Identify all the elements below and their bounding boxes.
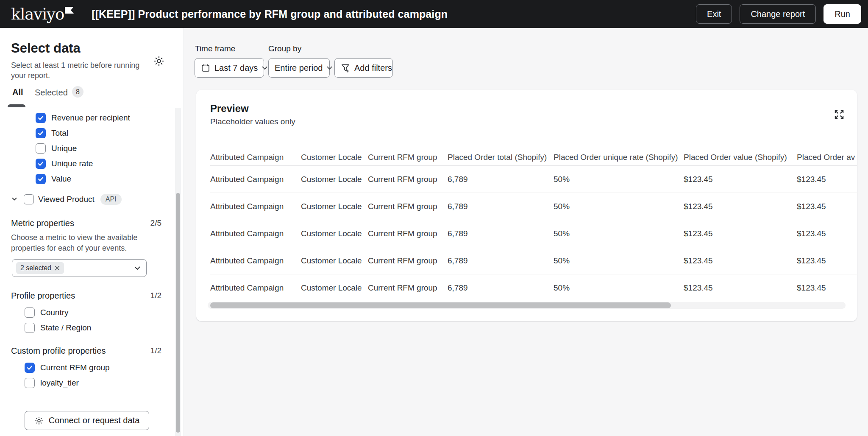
metric-properties-select[interactable]: 2 selected — [12, 259, 147, 277]
table-cell: $123.45 — [684, 175, 797, 184]
table-cell: $123.45 — [797, 229, 857, 238]
profile-option-state-region[interactable]: State / Region — [0, 320, 184, 335]
column-header: Placed Order total (Shopify) — [448, 153, 554, 162]
custom-profile-properties-count: 1/2 — [150, 346, 161, 355]
table-cell: 6,789 — [448, 202, 554, 211]
checkbox-unique[interactable] — [36, 143, 46, 154]
table-cell: $123.45 — [797, 256, 857, 266]
metric-option-unique[interactable]: Unique — [0, 141, 184, 156]
column-header: Current RFM group — [368, 153, 448, 162]
table-cell: 50% — [554, 283, 684, 293]
table-cell: $123.45 — [684, 256, 797, 266]
selected-chip: 2 selected — [16, 262, 64, 274]
selected-count-badge: 8 — [72, 86, 83, 98]
connect-or-request-data-button[interactable]: Connect or request data — [25, 411, 149, 430]
column-header: Placed Order av — [797, 153, 857, 162]
klaviyo-flag-icon — [65, 7, 74, 14]
checkbox-value[interactable] — [36, 174, 46, 184]
metric-option-value[interactable]: Value — [0, 171, 184, 187]
table-cell: 6,789 — [448, 283, 554, 293]
column-header: Placed Order value (Shopify) — [684, 153, 797, 162]
table-cell: Attributed Campaign — [210, 202, 301, 211]
preview-table: Attributed Campaign Customer Locale Curr… — [210, 149, 857, 301]
table-cell: Customer Locale — [301, 202, 368, 211]
table-cell: $123.45 — [797, 175, 857, 184]
tab-selected[interactable]: Selected 8 — [35, 87, 83, 98]
metric-option-revenue-per-recipient[interactable]: Revenue per recipient — [0, 110, 184, 126]
chevron-down-icon — [262, 66, 267, 70]
table-row: Attributed Campaign Customer Locale Curr… — [210, 220, 857, 247]
klaviyo-logo[interactable]: klaviyo — [11, 6, 74, 22]
table-cell: 50% — [554, 229, 684, 238]
table-cell: $123.45 — [797, 202, 857, 211]
settings-gear-icon[interactable] — [153, 55, 165, 67]
profile-option-country[interactable]: Country — [0, 305, 184, 320]
checkbox-viewed-product[interactable] — [24, 194, 34, 204]
checkbox-revenue-per-recipient[interactable] — [36, 113, 46, 123]
metric-properties-description: Choose a metric to view the available pr… — [11, 232, 145, 254]
preview-subtitle: Placeholder values only — [210, 117, 295, 126]
tab-all[interactable]: All — [12, 87, 23, 97]
preview-card: Preview Placeholder values only Attribut… — [196, 90, 857, 321]
change-report-button[interactable]: Change report — [740, 4, 816, 24]
group-by-select[interactable]: Entire period — [268, 58, 330, 78]
table-cell: 6,789 — [448, 175, 554, 184]
checkbox-unique-rate[interactable] — [36, 159, 46, 169]
profile-properties-heading: Profile properties 1/2 — [0, 290, 184, 302]
table-header-row: Attributed Campaign Customer Locale Curr… — [210, 149, 857, 165]
table-cell: 50% — [554, 175, 684, 184]
sidebar-scrollbar-thumb[interactable] — [176, 193, 180, 433]
chevron-down-icon — [327, 66, 332, 70]
chip-clear-icon[interactable] — [55, 266, 60, 271]
table-cell: Customer Locale — [301, 256, 368, 266]
klaviyo-wordmark: klaviyo — [11, 6, 64, 22]
time-frame-select[interactable]: Last 7 days — [195, 58, 264, 78]
table-cell: 50% — [554, 202, 684, 211]
table-cell: Current RFM group — [368, 283, 448, 293]
sidebar-scrollbar-track[interactable] — [175, 108, 181, 436]
checkbox-current-rfm-group[interactable] — [25, 363, 35, 373]
table-cell: Current RFM group — [368, 202, 448, 211]
metric-viewed-product[interactable]: Viewed Product API — [0, 192, 184, 207]
table-cell: $123.45 — [797, 283, 857, 293]
checkbox-country[interactable] — [25, 307, 35, 318]
custom-option-loyalty-tier[interactable]: loyalty_tier — [0, 375, 184, 391]
table-cell: 50% — [554, 256, 684, 266]
table-row: Attributed Campaign Customer Locale Curr… — [210, 247, 857, 274]
metric-option-unique-rate[interactable]: Unique rate — [0, 156, 184, 171]
column-header: Attributed Campaign — [210, 153, 301, 162]
table-cell: $123.45 — [684, 283, 797, 293]
checkbox-loyalty-tier[interactable] — [25, 378, 35, 388]
table-row: Attributed Campaign Customer Locale Curr… — [210, 165, 857, 193]
exit-button[interactable]: Exit — [696, 4, 732, 24]
preview-horizontal-scrollbar-thumb[interactable] — [210, 302, 671, 308]
add-filters-button[interactable]: Add filters — [334, 58, 393, 78]
report-title: [[KEEP]] Product performance by RFM grou… — [92, 8, 448, 20]
table-cell: Attributed Campaign — [210, 283, 301, 293]
checkbox-state-region[interactable] — [25, 323, 35, 333]
table-cell: Customer Locale — [301, 283, 368, 293]
expand-icon[interactable] — [833, 109, 845, 120]
top-bar: klaviyo [[KEEP]] Product performance by … — [0, 0, 868, 28]
column-header: Customer Locale — [301, 153, 368, 162]
preview-horizontal-scrollbar-track[interactable] — [208, 302, 846, 309]
run-button[interactable]: Run — [823, 4, 861, 24]
metric-properties-count: 2/5 — [150, 218, 161, 228]
metric-properties-heading: Metric properties 2/5 — [0, 217, 184, 229]
custom-option-current-rfm-group[interactable]: Current RFM group — [0, 360, 184, 375]
checkbox-total[interactable] — [36, 128, 46, 138]
panel-title: Select data — [11, 41, 81, 56]
group-by-label: Group by — [268, 44, 301, 53]
main-area: Time frame Group by Last 7 days Entire p… — [184, 28, 868, 436]
table-row: Attributed Campaign Customer Locale Curr… — [210, 274, 857, 301]
table-cell: Customer Locale — [301, 229, 368, 238]
table-cell: Customer Locale — [301, 175, 368, 184]
api-badge: API — [100, 194, 122, 205]
table-cell: Current RFM group — [368, 256, 448, 266]
tab-selected-label: Selected — [35, 88, 68, 98]
chevron-down-icon[interactable] — [11, 196, 19, 203]
column-header: Placed Order unique rate (Shopify) — [554, 153, 684, 162]
table-cell: Attributed Campaign — [210, 256, 301, 266]
metric-option-total[interactable]: Total — [0, 126, 184, 141]
sidebar-scroll-area: Revenue per recipient Total Unique Uniqu… — [0, 108, 184, 436]
